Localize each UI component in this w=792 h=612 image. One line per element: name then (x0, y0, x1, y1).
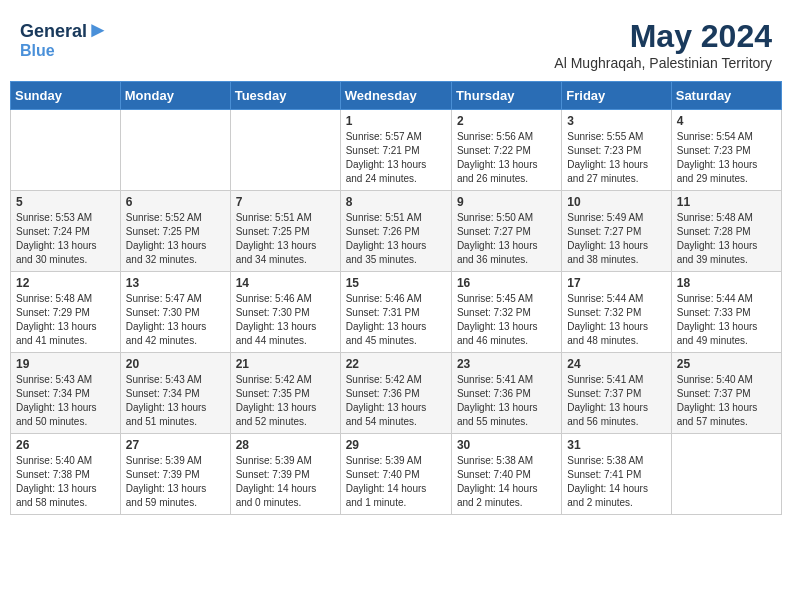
day-info: Sunrise: 5:38 AM Sunset: 7:41 PM Dayligh… (567, 454, 665, 510)
day-info: Sunrise: 5:42 AM Sunset: 7:35 PM Dayligh… (236, 373, 335, 429)
calendar-cell: 12Sunrise: 5:48 AM Sunset: 7:29 PM Dayli… (11, 272, 121, 353)
day-number: 12 (16, 276, 115, 290)
calendar-cell: 21Sunrise: 5:42 AM Sunset: 7:35 PM Dayli… (230, 353, 340, 434)
day-info: Sunrise: 5:57 AM Sunset: 7:21 PM Dayligh… (346, 130, 446, 186)
day-number: 6 (126, 195, 225, 209)
calendar-cell: 10Sunrise: 5:49 AM Sunset: 7:27 PM Dayli… (562, 191, 671, 272)
day-info: Sunrise: 5:41 AM Sunset: 7:36 PM Dayligh… (457, 373, 556, 429)
weekday-header: Saturday (671, 82, 781, 110)
day-number: 10 (567, 195, 665, 209)
day-info: Sunrise: 5:44 AM Sunset: 7:33 PM Dayligh… (677, 292, 776, 348)
calendar-cell (671, 434, 781, 515)
day-number: 20 (126, 357, 225, 371)
day-number: 11 (677, 195, 776, 209)
calendar-cell: 30Sunrise: 5:38 AM Sunset: 7:40 PM Dayli… (451, 434, 561, 515)
calendar-cell: 15Sunrise: 5:46 AM Sunset: 7:31 PM Dayli… (340, 272, 451, 353)
calendar-cell: 19Sunrise: 5:43 AM Sunset: 7:34 PM Dayli… (11, 353, 121, 434)
calendar-week-row: 19Sunrise: 5:43 AM Sunset: 7:34 PM Dayli… (11, 353, 782, 434)
calendar-cell: 6Sunrise: 5:52 AM Sunset: 7:25 PM Daylig… (120, 191, 230, 272)
month-title: May 2024 (554, 18, 772, 55)
logo: General► Blue (20, 18, 109, 60)
calendar-cell: 16Sunrise: 5:45 AM Sunset: 7:32 PM Dayli… (451, 272, 561, 353)
day-info: Sunrise: 5:49 AM Sunset: 7:27 PM Dayligh… (567, 211, 665, 267)
calendar-cell (11, 110, 121, 191)
calendar-cell: 14Sunrise: 5:46 AM Sunset: 7:30 PM Dayli… (230, 272, 340, 353)
calendar-week-row: 12Sunrise: 5:48 AM Sunset: 7:29 PM Dayli… (11, 272, 782, 353)
calendar-week-row: 1Sunrise: 5:57 AM Sunset: 7:21 PM Daylig… (11, 110, 782, 191)
day-number: 25 (677, 357, 776, 371)
day-number: 8 (346, 195, 446, 209)
day-info: Sunrise: 5:51 AM Sunset: 7:26 PM Dayligh… (346, 211, 446, 267)
day-number: 26 (16, 438, 115, 452)
calendar-cell: 3Sunrise: 5:55 AM Sunset: 7:23 PM Daylig… (562, 110, 671, 191)
day-number: 15 (346, 276, 446, 290)
calendar-cell: 22Sunrise: 5:42 AM Sunset: 7:36 PM Dayli… (340, 353, 451, 434)
day-info: Sunrise: 5:40 AM Sunset: 7:38 PM Dayligh… (16, 454, 115, 510)
weekday-header: Thursday (451, 82, 561, 110)
weekday-header: Monday (120, 82, 230, 110)
calendar-cell: 17Sunrise: 5:44 AM Sunset: 7:32 PM Dayli… (562, 272, 671, 353)
day-number: 24 (567, 357, 665, 371)
day-number: 18 (677, 276, 776, 290)
day-info: Sunrise: 5:48 AM Sunset: 7:28 PM Dayligh… (677, 211, 776, 267)
day-number: 31 (567, 438, 665, 452)
calendar-cell: 24Sunrise: 5:41 AM Sunset: 7:37 PM Dayli… (562, 353, 671, 434)
day-number: 7 (236, 195, 335, 209)
calendar-cell: 20Sunrise: 5:43 AM Sunset: 7:34 PM Dayli… (120, 353, 230, 434)
day-info: Sunrise: 5:52 AM Sunset: 7:25 PM Dayligh… (126, 211, 225, 267)
day-number: 27 (126, 438, 225, 452)
logo-text: General► (20, 18, 109, 42)
weekday-header: Tuesday (230, 82, 340, 110)
day-number: 16 (457, 276, 556, 290)
day-number: 17 (567, 276, 665, 290)
calendar-week-row: 26Sunrise: 5:40 AM Sunset: 7:38 PM Dayli… (11, 434, 782, 515)
calendar-cell: 1Sunrise: 5:57 AM Sunset: 7:21 PM Daylig… (340, 110, 451, 191)
day-info: Sunrise: 5:45 AM Sunset: 7:32 PM Dayligh… (457, 292, 556, 348)
day-info: Sunrise: 5:47 AM Sunset: 7:30 PM Dayligh… (126, 292, 225, 348)
calendar-cell: 11Sunrise: 5:48 AM Sunset: 7:28 PM Dayli… (671, 191, 781, 272)
calendar-cell: 2Sunrise: 5:56 AM Sunset: 7:22 PM Daylig… (451, 110, 561, 191)
day-number: 21 (236, 357, 335, 371)
calendar-table: SundayMondayTuesdayWednesdayThursdayFrid… (10, 81, 782, 515)
day-number: 14 (236, 276, 335, 290)
day-info: Sunrise: 5:43 AM Sunset: 7:34 PM Dayligh… (126, 373, 225, 429)
day-info: Sunrise: 5:43 AM Sunset: 7:34 PM Dayligh… (16, 373, 115, 429)
page-header: General► Blue May 2024 Al Mughraqah, Pal… (10, 10, 782, 75)
calendar-cell: 5Sunrise: 5:53 AM Sunset: 7:24 PM Daylig… (11, 191, 121, 272)
day-number: 22 (346, 357, 446, 371)
day-info: Sunrise: 5:40 AM Sunset: 7:37 PM Dayligh… (677, 373, 776, 429)
day-number: 2 (457, 114, 556, 128)
day-number: 13 (126, 276, 225, 290)
day-number: 23 (457, 357, 556, 371)
day-info: Sunrise: 5:48 AM Sunset: 7:29 PM Dayligh… (16, 292, 115, 348)
calendar-cell: 13Sunrise: 5:47 AM Sunset: 7:30 PM Dayli… (120, 272, 230, 353)
day-info: Sunrise: 5:38 AM Sunset: 7:40 PM Dayligh… (457, 454, 556, 510)
day-info: Sunrise: 5:53 AM Sunset: 7:24 PM Dayligh… (16, 211, 115, 267)
day-number: 29 (346, 438, 446, 452)
day-info: Sunrise: 5:41 AM Sunset: 7:37 PM Dayligh… (567, 373, 665, 429)
title-block: May 2024 Al Mughraqah, Palestinian Terri… (554, 18, 772, 71)
day-number: 3 (567, 114, 665, 128)
day-info: Sunrise: 5:46 AM Sunset: 7:30 PM Dayligh… (236, 292, 335, 348)
calendar-cell: 7Sunrise: 5:51 AM Sunset: 7:25 PM Daylig… (230, 191, 340, 272)
day-info: Sunrise: 5:39 AM Sunset: 7:40 PM Dayligh… (346, 454, 446, 510)
day-number: 30 (457, 438, 556, 452)
calendar-cell: 28Sunrise: 5:39 AM Sunset: 7:39 PM Dayli… (230, 434, 340, 515)
day-info: Sunrise: 5:39 AM Sunset: 7:39 PM Dayligh… (126, 454, 225, 510)
day-info: Sunrise: 5:56 AM Sunset: 7:22 PM Dayligh… (457, 130, 556, 186)
calendar-cell: 9Sunrise: 5:50 AM Sunset: 7:27 PM Daylig… (451, 191, 561, 272)
calendar-cell: 29Sunrise: 5:39 AM Sunset: 7:40 PM Dayli… (340, 434, 451, 515)
calendar-cell: 4Sunrise: 5:54 AM Sunset: 7:23 PM Daylig… (671, 110, 781, 191)
day-number: 19 (16, 357, 115, 371)
day-number: 4 (677, 114, 776, 128)
calendar-cell (230, 110, 340, 191)
weekday-header: Sunday (11, 82, 121, 110)
calendar-cell: 27Sunrise: 5:39 AM Sunset: 7:39 PM Dayli… (120, 434, 230, 515)
weekday-header: Friday (562, 82, 671, 110)
calendar-cell: 31Sunrise: 5:38 AM Sunset: 7:41 PM Dayli… (562, 434, 671, 515)
calendar-cell: 26Sunrise: 5:40 AM Sunset: 7:38 PM Dayli… (11, 434, 121, 515)
day-number: 1 (346, 114, 446, 128)
day-number: 5 (16, 195, 115, 209)
day-info: Sunrise: 5:51 AM Sunset: 7:25 PM Dayligh… (236, 211, 335, 267)
calendar-cell: 23Sunrise: 5:41 AM Sunset: 7:36 PM Dayli… (451, 353, 561, 434)
